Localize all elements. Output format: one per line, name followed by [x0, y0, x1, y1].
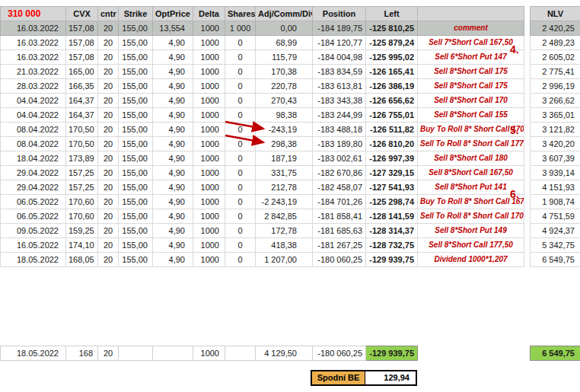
cell-cvx[interactable]: 174,10	[66, 238, 98, 253]
cell-position[interactable]: -183 244,99	[313, 108, 366, 123]
cell-strike[interactable]: 155,00	[119, 50, 153, 65]
cell-nlv[interactable]: 6 549,75	[531, 253, 580, 267]
cell-strike[interactable]: 155,00	[119, 94, 153, 108]
cell-date[interactable]: 04.04.2022	[1, 94, 66, 108]
cell-optprice[interactable]: 4,90	[153, 65, 193, 79]
cell-date[interactable]: 16.03.2022	[1, 50, 66, 65]
cell-strike[interactable]: 155,00	[119, 79, 153, 94]
cell-cntr[interactable]: 20	[98, 253, 119, 267]
cell-shares[interactable]: 0	[225, 50, 256, 65]
cell-comment[interactable]: Dividend 1000*1,207	[418, 253, 524, 267]
cell-date[interactable]: 18.05.2022	[1, 253, 66, 267]
cell-date[interactable]: 04.04.2022	[1, 108, 66, 123]
cell-strike[interactable]: 155,00	[119, 151, 153, 166]
cell-adj[interactable]: 68,99	[256, 36, 313, 50]
nlv-header[interactable]: NLV	[531, 7, 580, 21]
cell-strike[interactable]: 155,00	[119, 224, 153, 238]
cell-strike[interactable]: 155,00	[119, 123, 153, 137]
cell-adj[interactable]: 170,38	[256, 65, 313, 79]
cell-optprice[interactable]: 13,554	[153, 21, 193, 36]
cell-nlv[interactable]: 5 342,75	[531, 238, 580, 253]
cell-optprice[interactable]: 4,90	[153, 180, 193, 195]
cell-left[interactable]: -128 141,59	[366, 209, 418, 224]
cell-optprice[interactable]: 4,90	[153, 209, 193, 224]
summary-optprice-empty[interactable]	[153, 346, 193, 361]
cell-adj[interactable]: 2 842,85	[256, 209, 313, 224]
cell-date[interactable]: 29.04.2022	[1, 180, 66, 195]
cell-comment[interactable]: Sell 8*Short Call 170	[418, 94, 524, 108]
cell-cntr[interactable]: 20	[98, 123, 119, 137]
cell-comment[interactable]: Sell 8*Short Call 177,50	[418, 238, 524, 253]
summary-delta[interactable]: 1000	[193, 346, 225, 361]
cell-nlv[interactable]: 2 489,23	[531, 36, 580, 50]
cell-cntr[interactable]: 20	[98, 21, 119, 36]
cell-cntr[interactable]: 20	[98, 238, 119, 253]
cell-nlv[interactable]: 4 751,59	[531, 209, 580, 224]
cell-position[interactable]: -184 701,26	[313, 195, 366, 209]
cell-delta[interactable]: 1000	[193, 253, 225, 267]
cell-cntr[interactable]: 20	[98, 209, 119, 224]
cell-position[interactable]: -183 834,59	[313, 65, 366, 79]
cell-position[interactable]: -183 488,18	[313, 123, 366, 137]
cell-cvx[interactable]: 168,05	[66, 253, 98, 267]
cell-position[interactable]: -182 458,07	[313, 180, 366, 195]
cell-left[interactable]: -126 511,82	[366, 123, 418, 137]
cell-date[interactable]: 09.05.2022	[1, 224, 66, 238]
cell-adj[interactable]: 270,43	[256, 94, 313, 108]
cell-strike[interactable]: 155,00	[119, 180, 153, 195]
cell-cvx[interactable]: 164,37	[66, 94, 98, 108]
cell-shares[interactable]: 0	[225, 180, 256, 195]
lower-breakeven-value[interactable]: 129,94	[365, 371, 416, 384]
cell-adj[interactable]: 172,78	[256, 224, 313, 238]
cell-left[interactable]: -129 939,75	[366, 253, 418, 267]
cell-left[interactable]: -125 995,02	[366, 50, 418, 65]
cell-shares[interactable]: 0	[225, 65, 256, 79]
cell-cntr[interactable]: 20	[98, 151, 119, 166]
cell-strike[interactable]: 155,00	[119, 166, 153, 180]
cell-optprice[interactable]: 4,90	[153, 253, 193, 267]
cell-nlv[interactable]: 3 607,39	[531, 151, 580, 166]
cell-cvx[interactable]: 165,00	[66, 65, 98, 79]
shares-header[interactable]: Shares	[225, 7, 256, 21]
cell-cvx[interactable]: 159,25	[66, 224, 98, 238]
summary-left[interactable]: -129 939,75	[366, 346, 418, 361]
cell-left[interactable]: -125 810,25	[366, 21, 418, 36]
cell-comment[interactable]: Sell 6*Short Put 147	[418, 50, 524, 65]
cell-nlv[interactable]: 4 151,93	[531, 180, 580, 195]
cell-shares[interactable]: 0	[225, 209, 256, 224]
cell-cvx[interactable]: 170,50	[66, 137, 98, 151]
cell-cvx[interactable]: 173,89	[66, 151, 98, 166]
optprice-header[interactable]: OptPrice	[153, 7, 193, 21]
cell-comment[interactable]: Sell 8*Short Put 141	[418, 180, 524, 195]
cell-cntr[interactable]: 20	[98, 108, 119, 123]
cell-shares[interactable]: 1 000	[225, 21, 256, 36]
cell-comment[interactable]: Sell 8*Short Call 175	[418, 65, 524, 79]
cell-position[interactable]: -184 120,77	[313, 36, 366, 50]
cell-optprice[interactable]: 4,90	[153, 151, 193, 166]
position-header[interactable]: Position	[313, 7, 366, 21]
cell-shares[interactable]: 0	[225, 224, 256, 238]
cell-cvx[interactable]: 157,08	[66, 36, 98, 50]
cell-delta[interactable]: 1000	[193, 65, 225, 79]
cell-optprice[interactable]: 4,90	[153, 123, 193, 137]
summary-position[interactable]: -180 060,25	[313, 346, 366, 361]
cell-cvx[interactable]: 157,08	[66, 21, 98, 36]
cell-strike[interactable]: 155,00	[119, 195, 153, 209]
cell-delta[interactable]: 1000	[193, 21, 225, 36]
cell-comment[interactable]: Sell 8*Short Put 149	[418, 224, 524, 238]
cell-position[interactable]: -183 002,61	[313, 151, 366, 166]
cell-date[interactable]: 29.04.2022	[1, 166, 66, 180]
cell-nlv[interactable]: 2 996,19	[531, 79, 580, 94]
cell-left[interactable]: -125 298,74	[366, 195, 418, 209]
cell-optprice[interactable]: 4,90	[153, 137, 193, 151]
cell-shares[interactable]: 0	[225, 79, 256, 94]
cell-shares[interactable]: 0	[225, 166, 256, 180]
cell-nlv[interactable]: 2 420,25	[531, 21, 580, 36]
cell-cntr[interactable]: 20	[98, 224, 119, 238]
summary-cvx[interactable]: 168	[66, 346, 98, 361]
cell-left[interactable]: -128 732,75	[366, 238, 418, 253]
cell-nlv[interactable]: 3 365,01	[531, 108, 580, 123]
cell-position[interactable]: -181 267,25	[313, 238, 366, 253]
cell-left[interactable]: -126 386,19	[366, 79, 418, 94]
cell-comment[interactable]: Sell To Roll 8* Short Call 177,50	[418, 137, 524, 151]
